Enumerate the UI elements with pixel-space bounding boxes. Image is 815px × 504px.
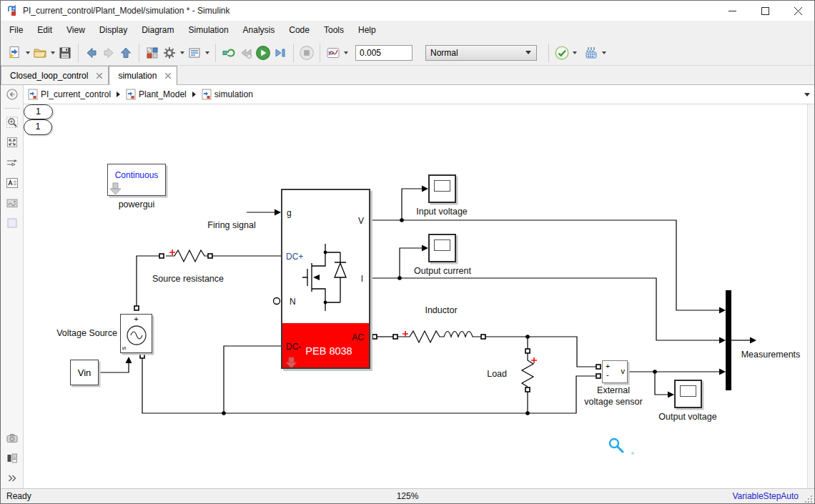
breadcrumb: PI_current_control Plant_Model simulatio… [24,85,815,104]
menu-help[interactable]: Help [351,21,383,40]
step-back-button[interactable] [237,44,255,62]
sensor-label-line1: External [570,385,656,396]
scope-screen [434,239,450,251]
external-voltage-sensor-block[interactable]: + - v [602,360,628,383]
menu-simulation[interactable]: Simulation [182,21,236,40]
model-tab-bar: Closed_loop_control simulation [1,66,814,85]
menu-tools[interactable]: Tools [317,21,351,40]
breadcrumb-dropdown-icon[interactable] [804,93,810,97]
menu-diagram[interactable]: Diagram [134,21,181,40]
arrow-down-icon [109,182,122,195]
close-icon[interactable] [165,73,171,79]
save-button[interactable] [56,44,74,62]
peb-8038-block[interactable]: g DC+ N DC- V I AC PEB 8038 [281,189,370,369]
sensor-v: v [621,367,626,375]
input-voltage-label: Input voltage [399,206,485,217]
sensor-plus: + [606,362,610,370]
tab-closed-loop-control[interactable]: Closed_loop_control [1,66,109,84]
new-model-button[interactable] [6,44,24,62]
close-button[interactable] [781,1,814,21]
step-forward-button[interactable] [272,44,289,62]
minimize-button[interactable] [716,1,749,21]
shape-box-icon[interactable] [6,217,19,229]
new-model-dropdown[interactable] [24,44,31,62]
tab-simulation[interactable]: simulation [109,66,177,85]
menu-file[interactable]: File [2,21,30,40]
open-dropdown[interactable] [49,44,56,62]
title-bar: PI_current_control/Plant_Model/simulatio… [1,1,814,21]
menu-view[interactable]: View [59,21,92,40]
scope-screen [434,180,450,192]
canvas-scrollbar-track[interactable] [807,104,815,488]
annotation-icon[interactable] [6,177,19,189]
mux-bar [726,290,731,390]
breadcrumb-item-simulation[interactable]: simulation [202,89,253,100]
model-configuration-dropdown[interactable] [203,44,211,62]
open-button[interactable] [31,44,49,62]
search-magnifier-icon [610,439,634,455]
input-voltage-scope-block[interactable] [428,174,456,203]
back-button[interactable] [83,44,100,62]
scope-screen [680,385,696,397]
tab-label: simulation [118,71,157,81]
screenshot-camera-icon[interactable] [6,432,19,445]
fit-to-view-icon[interactable] [6,136,19,149]
forward-button[interactable] [100,44,117,62]
sample-time-legend-icon[interactable] [6,452,19,465]
model-configuration-button[interactable] [186,44,203,62]
simulink-window: PI_current_control/Plant_Model/simulatio… [0,0,815,504]
settings-dropdown[interactable] [178,44,186,62]
model-page-icon [126,89,136,100]
model-advisor-button[interactable] [553,44,570,62]
run-button[interactable] [255,44,272,62]
breadcrumb-item-plant-model[interactable]: Plant_Model [126,89,187,100]
up-to-parent-button[interactable] [117,44,134,62]
zoom-region-icon[interactable] [6,116,19,129]
resize-grip[interactable] [805,495,813,503]
signal-routing-icon[interactable] [6,157,19,169]
status-solver[interactable]: VariableStepAuto [732,491,799,501]
peb-port-v: V [358,216,364,226]
simulink-app-icon [6,5,18,16]
window-title: PI_current_control/Plant_Model/simulatio… [23,6,229,16]
simulation-mode-select[interactable]: Normal [425,45,537,61]
stop-button[interactable] [298,44,315,62]
build-button[interactable] [583,44,600,62]
menu-code[interactable]: Code [282,21,317,40]
voltage-source-s: s [120,347,127,350]
model-canvas[interactable]: Continuous powergui 1 Firing signal [24,104,807,488]
hide-browser-icon[interactable] [6,88,19,101]
powergui-label: powergui [94,199,179,210]
model-advisor-dropdown[interactable] [570,44,578,62]
load-label: Load [435,368,507,380]
simulation-data-inspector-button[interactable] [325,44,342,62]
simulation-data-inspector-dropdown[interactable] [342,44,350,62]
menu-bar: File Edit View Display Diagram Simulatio… [1,21,814,40]
voltage-source-block[interactable]: + s [120,314,152,353]
update-diagram-button[interactable] [220,44,237,62]
breadcrumb-item-root[interactable]: PI_current_control [28,89,111,100]
output-current-scope-block[interactable] [428,234,456,262]
peb-port-dc-plus: DC+ [286,252,303,262]
menu-display[interactable]: Display [92,21,134,40]
main-toolbar: Normal [1,40,814,66]
output-voltage-scope-block[interactable] [674,380,702,408]
expand-chevrons-icon[interactable] [6,472,19,485]
chevron-down-icon [525,51,531,54]
powergui-mode: Continuous [108,170,165,180]
settings-gear-button[interactable] [161,44,178,62]
peb-port-g: g [287,208,292,218]
vin-block[interactable]: Vin [70,360,99,385]
library-browser-button[interactable] [144,44,161,62]
voltage-source-label: Voltage Source [39,327,117,339]
simulation-stop-time-input[interactable] [355,45,413,61]
powergui-block[interactable]: Continuous [107,164,166,196]
model-page-icon [202,89,212,100]
close-icon[interactable] [97,73,102,79]
menu-analysis[interactable]: Analysis [236,21,282,40]
maximize-button[interactable] [749,1,781,21]
firing-signal-label: Firing signal [189,219,275,231]
menu-edit[interactable]: Edit [30,21,59,40]
build-dropdown[interactable] [600,44,608,62]
image-icon[interactable] [6,197,19,209]
